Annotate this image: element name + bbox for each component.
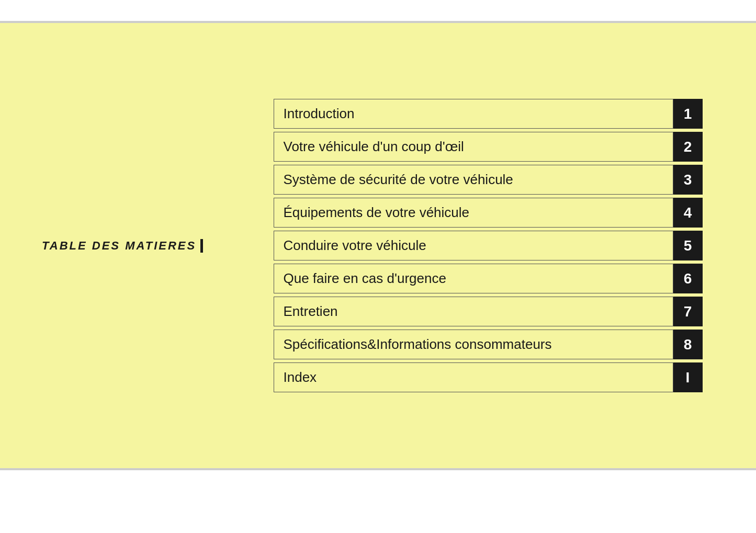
toc-number: 1	[673, 99, 703, 129]
bottom-spacer	[0, 470, 756, 533]
toc-label: Conduire votre véhicule	[274, 231, 673, 260]
toc-label: Index	[274, 362, 673, 392]
toc-number: 5	[673, 231, 703, 260]
toc-label: Système de sécurité de votre véhicule	[274, 165, 673, 195]
toc-number: I	[673, 362, 703, 392]
toc-row[interactable]: IndexI	[274, 362, 703, 392]
toc-row[interactable]: Votre véhicule d'un coup d'œil2	[274, 132, 703, 162]
toc-number: 8	[673, 330, 703, 359]
toc-container: Introduction1Votre véhicule d'un coup d'…	[274, 99, 703, 392]
toc-row[interactable]: Introduction1	[274, 99, 703, 129]
toc-number: 7	[673, 297, 703, 326]
toc-row[interactable]: Que faire en cas d'urgence6	[274, 264, 703, 293]
toc-label: Entretien	[274, 297, 673, 326]
toc-row[interactable]: Spécifications&Informations consommateur…	[274, 330, 703, 359]
toc-label: Que faire en cas d'urgence	[274, 264, 673, 293]
left-label-container: TABLE DES MATIERES	[42, 239, 203, 253]
main-content: TABLE DES MATIERES Introduction1Votre vé…	[0, 23, 756, 468]
toc-label: Spécifications&Informations consommateur…	[274, 330, 673, 359]
toc-number: 3	[673, 165, 703, 195]
toc-label: Votre véhicule d'un coup d'œil	[274, 132, 673, 162]
toc-number: 6	[673, 264, 703, 293]
toc-number: 4	[673, 198, 703, 228]
toc-row[interactable]: Équipements de votre véhicule4	[274, 198, 703, 228]
toc-row[interactable]: Système de sécurité de votre véhicule3	[274, 165, 703, 195]
toc-label: Équipements de votre véhicule	[274, 198, 673, 228]
toc-row[interactable]: Entretien7	[274, 297, 703, 326]
toc-label: Introduction	[274, 99, 673, 129]
table-des-matieres-label: TABLE DES MATIERES	[42, 239, 203, 253]
toc-number: 2	[673, 132, 703, 162]
toc-row[interactable]: Conduire votre véhicule5	[274, 231, 703, 260]
